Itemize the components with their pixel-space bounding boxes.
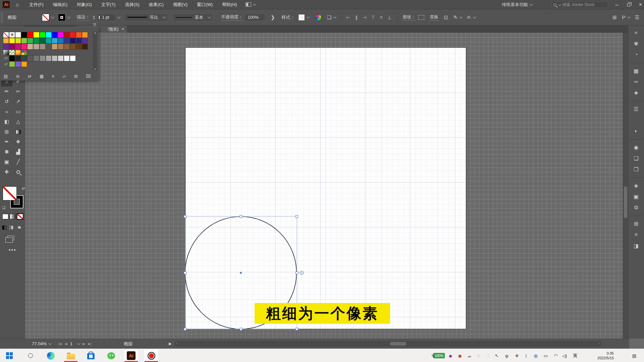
- swatch-scrollbar[interactable]: ∧ ∨: [93, 31, 97, 71]
- wechat-button[interactable]: [103, 349, 119, 362]
- swatch-kinds-icon[interactable]: ⊚: [16, 74, 20, 79]
- status-expand-icon[interactable]: ▶: [169, 342, 171, 346]
- swatch[interactable]: [70, 32, 76, 38]
- volume-icon[interactable]: ◁): [560, 349, 569, 362]
- menu-item[interactable]: 选择(S): [125, 2, 139, 8]
- notification-icon[interactable]: ▤: [630, 349, 639, 362]
- menu-item[interactable]: 视图(V): [173, 2, 187, 8]
- grid-settings-icon[interactable]: ⊞: [612, 14, 617, 20]
- swatch[interactable]: [52, 44, 58, 50]
- artboards-panel-icon[interactable]: ▣: [631, 192, 642, 201]
- column-graph-tool[interactable]: ▟: [12, 147, 24, 157]
- swatch[interactable]: [40, 44, 46, 50]
- menu-item[interactable]: 帮助(H): [222, 2, 237, 8]
- menu-item[interactable]: 效果(C): [149, 2, 164, 8]
- draw-behind-mode[interactable]: ◨: [8, 224, 15, 230]
- swatch[interactable]: [27, 32, 33, 38]
- swatch[interactable]: [9, 50, 15, 56]
- mic-icon[interactable]: ψ: [502, 349, 511, 362]
- recolor-artwork-icon[interactable]: [315, 14, 322, 21]
- align-vertical-top-icon[interactable]: ⊤: [371, 15, 375, 20]
- recorder-tray-icon[interactable]: ◉: [455, 349, 464, 362]
- recorder-button[interactable]: [144, 349, 159, 362]
- swatch[interactable]: [15, 38, 21, 44]
- symbols-panel-icon[interactable]: ♣: [631, 88, 642, 97]
- minimize-button[interactable]: ─: [615, 2, 618, 7]
- swatch-libraries-icon[interactable]: ▤: [4, 74, 8, 79]
- swatch[interactable]: [9, 61, 15, 67]
- layers-panel-icon[interactable]: ◈: [631, 181, 642, 190]
- gradient-tool[interactable]: [12, 127, 24, 137]
- menu-item[interactable]: 对象(O): [77, 2, 92, 8]
- opacity-label[interactable]: 不透明度：: [221, 14, 243, 21]
- close-button[interactable]: ×: [639, 2, 642, 8]
- swatch[interactable]: [15, 44, 21, 50]
- new-color-group-icon[interactable]: ▦: [40, 74, 44, 79]
- shaper-tool[interactable]: ✏: [1, 86, 12, 97]
- status-tool-name[interactable]: 椭圆: [124, 341, 132, 347]
- align-vertical-bottom-icon[interactable]: ⊥: [387, 15, 391, 20]
- opacity-more-icon[interactable]: ❯: [271, 14, 275, 20]
- swatch[interactable]: ▱: [3, 55, 9, 61]
- swatch[interactable]: [40, 32, 46, 38]
- stroke-weight-stepper[interactable]: ▲▼: [93, 15, 95, 20]
- chevron-down-icon[interactable]: [473, 15, 476, 18]
- brushes-panel-icon[interactable]: ✑: [631, 77, 642, 86]
- wifi-icon[interactable]: ◠: [551, 349, 560, 362]
- menu-item[interactable]: 文字(T): [101, 2, 116, 8]
- dock-icon[interactable]: [630, 216, 643, 216]
- swatch[interactable]: [64, 55, 70, 61]
- swatch[interactable]: [40, 38, 46, 44]
- fill-color-swatch[interactable]: [42, 14, 49, 21]
- swatch[interactable]: [15, 61, 21, 67]
- stock-search-input[interactable]: 搜索 Adobe Stock: [552, 1, 608, 8]
- swatch[interactable]: [46, 38, 52, 44]
- transform-label[interactable]: 变换: [430, 14, 438, 21]
- artboard[interactable]: [185, 47, 466, 329]
- hand-tool[interactable]: ✥: [1, 167, 12, 177]
- swatch[interactable]: ⊕: [9, 32, 15, 38]
- rotate-tool[interactable]: ↺: [1, 97, 12, 107]
- swatch-list-view-icon[interactable]: ≡: [52, 74, 55, 79]
- chevron-down-icon[interactable]: [459, 15, 463, 18]
- swatch[interactable]: [27, 44, 33, 50]
- align-horizontal-left-icon[interactable]: ⊢: [346, 15, 351, 20]
- variable-width-profile-select[interactable]: 等比: [124, 13, 168, 21]
- align-horizontal-right-icon[interactable]: ⊣: [362, 15, 366, 20]
- swatch[interactable]: [76, 38, 82, 44]
- microsoft-store-button[interactable]: [83, 349, 99, 362]
- edge-button[interactable]: [43, 349, 58, 362]
- stroke-weight-label[interactable]: 描边：: [77, 14, 90, 21]
- select-similar-icon[interactable]: ✎: [453, 14, 458, 20]
- panel-grip[interactable]: [1, 12, 3, 22]
- chevron-down-icon[interactable]: [333, 15, 336, 18]
- free-transform-tool[interactable]: ▭: [12, 107, 24, 117]
- properties-icon[interactable]: P: [622, 14, 626, 20]
- edit-toolbar-icon[interactable]: •••: [9, 247, 25, 253]
- scissors-tool[interactable]: ✂: [12, 86, 24, 97]
- defender-icon[interactable]: ❖: [513, 349, 521, 362]
- align-panel-icon[interactable]: ≡: [631, 230, 642, 239]
- scroll-down-icon[interactable]: ∨: [94, 67, 96, 71]
- libraries-panel-icon[interactable]: ▦: [631, 66, 642, 75]
- pointer-icon[interactable]: ↖: [492, 349, 501, 362]
- screen-mode-button[interactable]: [7, 236, 14, 240]
- swatch[interactable]: ▱: [3, 61, 9, 67]
- shape-label[interactable]: 形状：: [402, 14, 416, 21]
- swatch[interactable]: [52, 32, 58, 38]
- panel-menu-icon[interactable]: ☰: [93, 22, 96, 27]
- swatch[interactable]: [76, 44, 82, 50]
- swatch[interactable]: [70, 44, 76, 50]
- align-vertical-middle-icon[interactable]: =: [380, 15, 383, 20]
- asset-export-panel-icon[interactable]: ❐: [631, 165, 642, 174]
- swatch[interactable]: [15, 55, 21, 61]
- swatch[interactable]: [64, 32, 70, 38]
- swatch[interactable]: [46, 55, 52, 61]
- width-tool[interactable]: ≈: [1, 107, 12, 117]
- swatch[interactable]: [33, 32, 39, 38]
- draw-inside-mode[interactable]: ◙: [16, 224, 23, 230]
- delete-swatch-icon[interactable]: ⌧: [86, 74, 91, 79]
- stroke-panel-icon[interactable]: ☰: [631, 105, 642, 113]
- workspace-switcher[interactable]: 传统基本功能: [502, 2, 532, 8]
- mcafee-icon[interactable]: ◍: [531, 349, 540, 362]
